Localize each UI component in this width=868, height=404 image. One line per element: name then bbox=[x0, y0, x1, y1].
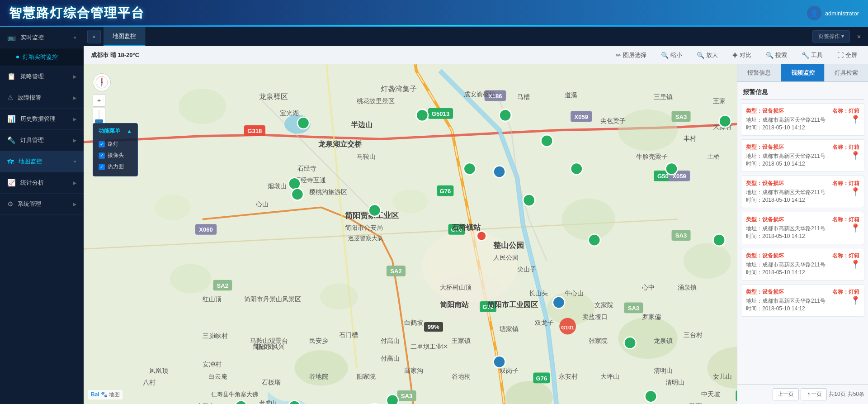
alarm-pin-icon-2[interactable]: 📍 bbox=[850, 151, 860, 161]
alarm-card-1: 类型：设备损坏 名称：灯箱 地址：成都市高新区天华路211号 时间：2018-0… bbox=[741, 103, 864, 136]
streetlight-checkbox[interactable] bbox=[99, 141, 105, 147]
sidebar-item-system[interactable]: ⚙ 系统管理 ▶ bbox=[0, 194, 84, 215]
svg-text:丰村: 丰村 bbox=[684, 135, 696, 142]
compass-control[interactable]: N bbox=[93, 73, 111, 91]
svg-text:陈家: 陈家 bbox=[689, 402, 702, 404]
zoom-in-control[interactable]: + bbox=[93, 94, 105, 107]
svg-text:灯盏湾集子: 灯盏湾集子 bbox=[381, 85, 417, 93]
next-page-button[interactable]: 下一页 bbox=[801, 388, 827, 400]
alarm-time-1: 时间：2018-05-10 14:12 bbox=[746, 124, 859, 132]
prev-page-button[interactable]: 上一页 bbox=[773, 388, 799, 400]
alarm-card-5: 类型：设备损坏 名称：灯箱 地址：成都市高新区天华路211号 时间：2018-0… bbox=[741, 248, 864, 280]
zoom-out-button[interactable]: 🔍 缩小 bbox=[657, 49, 686, 61]
tab-video-monitor[interactable]: 视频监控 bbox=[781, 64, 825, 81]
svg-text:SA2: SA2 bbox=[217, 282, 229, 289]
alarm-name-6: 名称：灯箱 bbox=[832, 288, 859, 296]
camera-checkbox[interactable] bbox=[99, 152, 105, 159]
svg-text:女儿山: 女儿山 bbox=[713, 373, 732, 380]
username: administrator bbox=[825, 10, 859, 17]
svg-text:三台村: 三台村 bbox=[684, 331, 703, 338]
monitor-icon: 📺 bbox=[7, 33, 16, 42]
svg-point-179 bbox=[713, 234, 725, 246]
alarm-pin-icon-6[interactable]: 📍 bbox=[850, 295, 860, 305]
fullscreen-button[interactable]: ⛶ 全屏 bbox=[834, 49, 861, 61]
svg-text:文家院: 文家院 bbox=[594, 301, 613, 309]
svg-text:马槽: 马槽 bbox=[517, 93, 530, 100]
zoom-in-icon: 🔍 bbox=[697, 52, 704, 59]
search-button[interactable]: 🔍 搜索 bbox=[762, 49, 791, 61]
svg-text:民安乡: 民安乡 bbox=[309, 337, 328, 344]
svg-point-159 bbox=[464, 163, 476, 175]
sidebar-item-lightbox[interactable]: 灯箱实时监控 bbox=[0, 48, 84, 66]
svg-text:八村: 八村 bbox=[143, 379, 156, 386]
svg-point-158 bbox=[297, 117, 309, 129]
svg-point-178 bbox=[500, 109, 511, 121]
layer-select-button[interactable]: ✏ 图层选择 bbox=[612, 49, 650, 61]
baidu-logo: Bai 🐾 地图 bbox=[88, 390, 123, 399]
user-avatar: 👤 bbox=[807, 6, 821, 20]
alarm-pin-icon-4[interactable]: 📍 bbox=[850, 223, 860, 233]
sidebar-item-fault[interactable]: ⚠ 故障报管 ▶ bbox=[0, 87, 84, 109]
svg-text:王家: 王家 bbox=[713, 98, 726, 105]
svg-text:牛脸壳梁子: 牛脸壳梁子 bbox=[636, 153, 668, 160]
alarm-pin-icon-3[interactable]: 📍 bbox=[850, 187, 860, 197]
compare-button[interactable]: ✚ 对比 bbox=[729, 49, 755, 61]
zoom-in-button[interactable]: 🔍 放大 bbox=[693, 49, 722, 61]
arrow-icon-5: ▶ bbox=[73, 138, 76, 143]
svg-text:塘家镇: 塘家镇 bbox=[499, 325, 519, 333]
alarm-card-3: 类型：设备损坏 名称：灯箱 地址：成都市高新区天华路211号 时间：2018-0… bbox=[741, 176, 864, 208]
func-item-heatmap[interactable]: 热力图 bbox=[99, 161, 132, 172]
svg-point-8 bbox=[294, 350, 348, 386]
alarm-name-5: 名称：灯箱 bbox=[832, 252, 859, 260]
svg-text:G318: G318 bbox=[247, 128, 262, 134]
tool-button[interactable]: 🔧 工具 bbox=[798, 49, 826, 61]
tool-icon: 🔧 bbox=[802, 52, 809, 59]
svg-text:SA3: SA3 bbox=[628, 305, 640, 312]
map-toolbar: 成都市 晴 18-20°C ✏ 图层选择 🔍 缩小 🔍 放大 ✚ 对比 🔍 搜索 bbox=[84, 46, 868, 64]
svg-text:X059: X059 bbox=[574, 114, 588, 120]
alarm-pin-icon-5[interactable]: 📍 bbox=[850, 259, 860, 269]
tab-lamp-search[interactable]: 灯具检索 bbox=[825, 64, 868, 81]
streetlight-label: 路灯 bbox=[108, 140, 118, 148]
tab-collapse-button[interactable]: « bbox=[87, 30, 101, 43]
svg-point-161 bbox=[292, 188, 303, 200]
weather-info: 成都市 晴 18-20°C bbox=[91, 51, 139, 59]
alarm-pin-icon-1[interactable]: 📍 bbox=[850, 114, 860, 124]
sidebar-item-strategy[interactable]: 📋 策略管理 ▶ bbox=[0, 66, 84, 87]
tab-action-button[interactable]: 页签操作 ▾ bbox=[812, 30, 850, 43]
alarm-type-5: 类型：设备损坏 bbox=[746, 252, 784, 260]
svg-text:阳家院: 阳家院 bbox=[357, 373, 376, 380]
map-area[interactable]: SA3 SA3 SA3 G5013 G5013 G5013 X059 bbox=[84, 64, 737, 404]
svg-text:G76: G76 bbox=[440, 188, 451, 195]
tab-map-monitor[interactable]: 地图监控 bbox=[104, 27, 146, 46]
arrow-icon-6: ▾ bbox=[74, 159, 76, 165]
sidebar-item-stats[interactable]: 📈 统计分析 ▶ bbox=[0, 172, 84, 194]
svg-text:白云庵: 白云庵 bbox=[208, 373, 227, 380]
svg-text:尖山子: 尖山子 bbox=[517, 266, 536, 273]
func-item-streetlight[interactable]: 路灯 bbox=[99, 138, 132, 150]
tab-alarm-info[interactable]: 报警信息 bbox=[737, 64, 781, 81]
alarm-time-2: 时间：2018-05-10 14:12 bbox=[746, 160, 859, 168]
svg-text:牛心山: 牛心山 bbox=[565, 290, 584, 297]
func-item-camera[interactable]: 摄像头 bbox=[99, 150, 132, 161]
sidebar-item-realtime[interactable]: 📺 实时监控 ▾ bbox=[0, 27, 84, 48]
svg-point-6 bbox=[170, 264, 211, 294]
svg-point-4 bbox=[618, 109, 677, 151]
sidebar-item-history[interactable]: 📊 历史数据管理 ▶ bbox=[0, 109, 84, 130]
alarm-addr-6: 地址：成都市高新区天华路211号 bbox=[746, 297, 859, 305]
func-panel-arrow[interactable]: ▲ bbox=[127, 128, 132, 134]
svg-text:张家院: 张家院 bbox=[589, 337, 608, 344]
svg-point-185 bbox=[477, 231, 486, 241]
svg-text:清明山: 清明山 bbox=[665, 379, 684, 386]
tab-close-button[interactable]: × bbox=[854, 31, 864, 42]
svg-text:宝光湖: 宝光湖 bbox=[280, 109, 299, 117]
heatmap-checkbox[interactable] bbox=[99, 164, 105, 170]
svg-text:龙泉湖立交桥: 龙泉湖立交桥 bbox=[318, 140, 362, 148]
svg-text:SA3: SA3 bbox=[675, 232, 687, 239]
sidebar-item-lamp[interactable]: 🔦 灯具管理 ▶ bbox=[0, 130, 84, 151]
zoom-out-icon: 🔍 bbox=[661, 52, 669, 59]
lamp-icon: 🔦 bbox=[7, 136, 16, 144]
svg-text:道溪: 道溪 bbox=[565, 91, 577, 99]
svg-text:罗家偏: 罗家偏 bbox=[642, 313, 661, 320]
sidebar-item-map[interactable]: 🗺 地图监控 ▾ bbox=[0, 151, 84, 172]
